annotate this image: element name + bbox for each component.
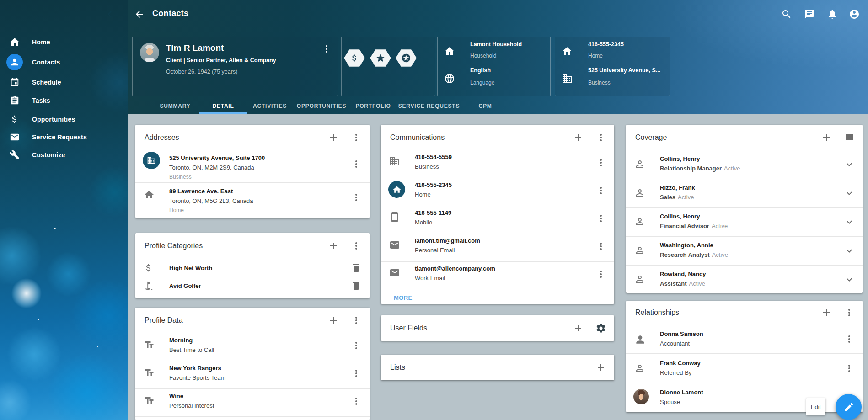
communication-menu-button[interactable] (595, 213, 606, 224)
communications-menu-button[interactable] (595, 132, 606, 143)
sidebar-item-opportunities[interactable]: Opportunities (0, 110, 128, 128)
sidebar-item-home[interactable]: Home (0, 33, 128, 51)
tab-detail[interactable]: DETAIL (212, 101, 234, 111)
home-icon (144, 189, 155, 200)
addresses-menu-button[interactable] (351, 132, 362, 143)
profile-data-item-menu[interactable] (351, 368, 362, 379)
coverage-item[interactable]: Washington, Annie Research AnalystActive (626, 237, 863, 266)
notifications-icon[interactable] (827, 9, 838, 20)
mail-icon (389, 267, 400, 278)
communication-item[interactable]: tlamont@allencompany.com Work Email (381, 262, 614, 289)
relationships-menu-button[interactable] (844, 307, 855, 318)
household-name[interactable]: Lamont Household (470, 41, 522, 48)
communication-item[interactable]: 416-555-2345 Home (381, 178, 614, 206)
address-menu-button[interactable] (351, 159, 362, 170)
sidebar-item-contacts[interactable]: Contacts (0, 53, 128, 71)
user-fields-settings-button[interactable] (595, 323, 606, 334)
profile-data-item-menu[interactable] (351, 396, 362, 407)
communication-item[interactable]: 416-554-5559 Business (381, 150, 614, 178)
edit-tooltip[interactable]: Edit (806, 398, 825, 415)
sidebar-item-schedule[interactable]: Schedule (0, 73, 128, 91)
coverage-role: Sales (660, 194, 675, 201)
communication-menu-button[interactable] (595, 269, 606, 280)
tab-service-requests[interactable]: SERVICE REQUESTS (398, 101, 460, 111)
add-address-button[interactable] (328, 132, 339, 143)
communication-menu-button[interactable] (595, 157, 606, 168)
building-icon (389, 156, 400, 167)
contact-name: Tim R Lamont (166, 43, 224, 53)
sidebar-item-service-requests[interactable]: Service Requests (0, 128, 128, 146)
relationship-item[interactable]: Donna Samson Accountant (626, 324, 863, 354)
relationship-item[interactable]: Dionne Lamont Spouse (626, 383, 863, 413)
building-circle-icon (143, 152, 160, 169)
more-link[interactable]: MORE (394, 294, 413, 301)
dollar-icon (144, 263, 154, 273)
text-fields-icon (144, 395, 155, 406)
sidebar-item-label: Home (32, 38, 50, 46)
tab-activities[interactable]: ACTIVITIES (253, 101, 287, 111)
coverage-item[interactable]: Rowland, Nancy AssistantActive (626, 266, 863, 294)
coverage-name: Collins, Henry (660, 213, 841, 221)
tab-opportunities[interactable]: OPPORTUNITIES (297, 101, 346, 111)
categories-menu-button[interactable] (351, 240, 362, 251)
tab-summary[interactable]: SUMMARY (160, 101, 190, 111)
edit-fab-button[interactable] (836, 394, 862, 420)
add-communication-button[interactable] (573, 132, 584, 143)
profile-data-item[interactable]: Wine Personal Interest (135, 389, 370, 417)
delete-category-button[interactable] (351, 262, 362, 273)
coverage-status: Active (712, 223, 728, 229)
relationship-menu-button[interactable] (844, 363, 855, 374)
category-item[interactable]: Avid Golfer (135, 276, 370, 294)
chevron-down-icon[interactable] (844, 217, 855, 228)
chevron-down-icon[interactable] (844, 245, 855, 256)
person-outline-icon (634, 363, 645, 374)
category-item[interactable]: High Net Worth (135, 259, 370, 276)
relationship-item[interactable]: Frank Conway Referred By (626, 354, 863, 383)
coverage-item[interactable]: Collins, Henry Relationship ManagerActiv… (626, 150, 863, 179)
account-icon[interactable] (849, 9, 860, 20)
primary-address[interactable]: 525 University Avenue, S... (588, 67, 660, 74)
profile-data-menu-button[interactable] (351, 315, 362, 326)
back-button[interactable] (134, 9, 145, 20)
sidebar-item-customize[interactable]: Customize (0, 146, 128, 164)
profile-data-item-menu[interactable] (351, 340, 362, 351)
home-icon (444, 46, 455, 57)
chevron-down-icon[interactable] (844, 188, 855, 199)
profile-data-item[interactable]: New York Rangers Favorite Sports Team (135, 361, 370, 389)
contact-subtitle: Client | Senior Partner, Allen & Company (166, 57, 276, 64)
chevron-down-icon[interactable] (844, 159, 855, 170)
coverage-item[interactable]: Collins, Henry Financial AdvisorActive (626, 208, 863, 237)
add-coverage-button[interactable] (821, 132, 832, 143)
communication-item[interactable]: lamont.tim@gmail.com Personal Email (381, 234, 614, 262)
communication-menu-button[interactable] (595, 241, 606, 252)
tab-portfolio[interactable]: PORTFOLIO (355, 101, 391, 111)
add-category-button[interactable] (328, 240, 339, 251)
coverage-item[interactable]: Rizzo, Frank SalesActive (626, 179, 863, 208)
address-item[interactable]: 89 Lawrence Ave. East Toronto, ON, M5G 2… (135, 183, 370, 218)
relationship-menu-button[interactable] (844, 334, 855, 345)
address-type: Business (169, 173, 348, 181)
chevron-down-icon[interactable] (844, 274, 855, 285)
add-relationship-button[interactable] (821, 307, 832, 318)
coverage-columns-button[interactable] (844, 132, 855, 143)
primary-phone[interactable]: 416-555-2345 (588, 41, 624, 48)
contact-menu-button[interactable] (321, 43, 332, 54)
sidebar-collapse-button[interactable] (103, 8, 116, 21)
home-icon (9, 37, 20, 48)
user-fields-card: User Fields (381, 315, 614, 341)
add-user-field-button[interactable] (573, 323, 584, 334)
add-profile-data-button[interactable] (328, 315, 339, 326)
search-icon[interactable] (781, 9, 792, 20)
tab-cpm[interactable]: CPM (478, 101, 492, 111)
profile-data-item[interactable]: Morning Best Time to Call (135, 333, 370, 361)
chat-icon[interactable] (804, 9, 815, 20)
stars-badge-icon (396, 49, 417, 67)
address-item[interactable]: 525 University Avenue, Suite 1700 Toront… (135, 150, 370, 183)
address-menu-button[interactable] (351, 192, 362, 203)
communication-item[interactable]: 416-555-1149 Mobile (381, 206, 614, 234)
delete-category-button[interactable] (351, 280, 362, 291)
communication-menu-button[interactable] (595, 185, 606, 196)
add-list-button[interactable] (595, 362, 606, 373)
sidebar-item-tasks[interactable]: Tasks (0, 91, 128, 110)
primary-phone-label: Home (588, 53, 603, 59)
